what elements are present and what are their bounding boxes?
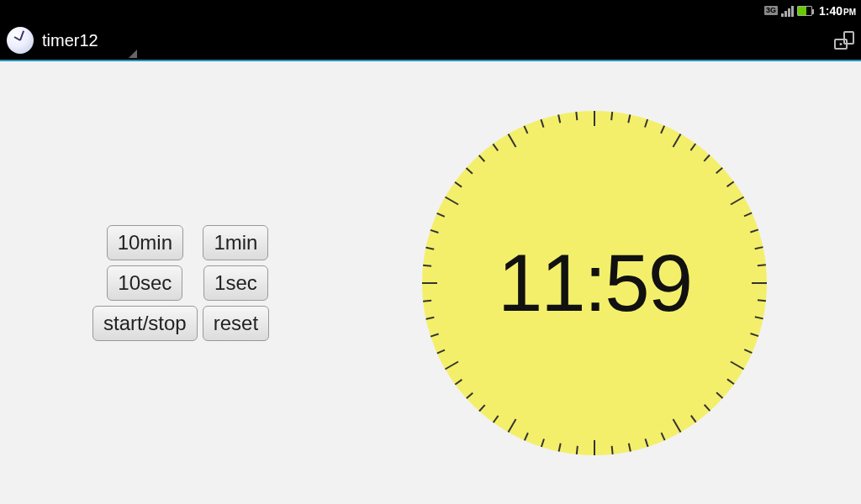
tick-minor xyxy=(661,432,665,440)
button-grid: 10min 1min 10sec 1sec start/stop reset xyxy=(92,225,269,341)
tick-minor xyxy=(744,349,753,353)
tick-minor xyxy=(425,316,434,319)
tick-minor xyxy=(423,264,431,266)
tick-minor xyxy=(558,114,562,123)
tick-minor xyxy=(524,432,528,440)
tick-major xyxy=(730,196,744,205)
add-1min-button[interactable]: 1min xyxy=(203,225,268,260)
tick-minor xyxy=(430,228,439,233)
app-title: timer12 xyxy=(42,31,98,50)
tick-major xyxy=(673,133,682,147)
tick-minor xyxy=(755,316,763,319)
clock-icon xyxy=(7,27,34,54)
tick-minor xyxy=(611,445,614,454)
tick-major xyxy=(445,196,459,205)
tick-minor xyxy=(524,125,528,134)
main-content: 10min 1min 10sec 1sec start/stop reset 1… xyxy=(0,61,861,504)
tick-minor xyxy=(493,415,499,423)
tick-minor xyxy=(576,445,578,454)
tick-minor xyxy=(716,391,722,398)
tick-minor xyxy=(436,349,445,353)
add-1sec-button[interactable]: 1sec xyxy=(203,265,268,301)
clock-panel: 11:59 xyxy=(362,111,861,455)
tick-minor xyxy=(466,391,473,398)
tick-minor xyxy=(425,246,434,249)
status-time: 1:40PM xyxy=(819,4,856,18)
tick-major xyxy=(594,440,595,455)
timer-value: 11:59 xyxy=(498,237,691,329)
tick-minor xyxy=(466,167,473,174)
add-10sec-button[interactable]: 10sec xyxy=(107,265,182,301)
tick-major xyxy=(445,360,459,370)
app-switcher[interactable]: timer12 xyxy=(7,21,137,60)
tick-minor xyxy=(755,246,763,249)
add-10min-button[interactable]: 10min xyxy=(107,225,183,260)
tick-minor xyxy=(628,114,631,123)
tick-minor xyxy=(628,443,631,451)
tick-minor xyxy=(690,415,696,423)
tick-minor xyxy=(716,167,722,174)
tick-minor xyxy=(661,125,665,134)
tick-minor xyxy=(726,379,734,385)
reset-button[interactable]: reset xyxy=(203,306,269,341)
battery-icon xyxy=(797,6,812,16)
tick-minor xyxy=(645,118,649,127)
tick-minor xyxy=(690,143,696,150)
signal-icon xyxy=(781,5,794,17)
status-time-value: 1:40 xyxy=(819,4,843,18)
tick-major xyxy=(730,360,744,370)
tick-minor xyxy=(541,438,545,447)
svg-rect-1 xyxy=(844,32,853,44)
tick-minor xyxy=(455,379,462,385)
title-bar: timer12 xyxy=(0,21,861,61)
tick-minor xyxy=(430,333,439,337)
tick-major xyxy=(673,418,682,433)
lock-rotation-icon[interactable] xyxy=(832,30,854,50)
tick-major xyxy=(508,418,517,433)
tick-minor xyxy=(750,333,758,337)
tick-major xyxy=(422,282,437,284)
tick-major xyxy=(508,133,517,147)
tick-minor xyxy=(750,228,758,233)
tick-minor xyxy=(541,118,545,127)
tick-minor xyxy=(478,155,485,161)
clock-face: 11:59 xyxy=(422,111,767,455)
tick-minor xyxy=(436,212,445,216)
tick-minor xyxy=(645,438,649,447)
tick-minor xyxy=(455,181,462,186)
tick-minor xyxy=(493,143,499,150)
tick-minor xyxy=(478,404,485,411)
tick-minor xyxy=(611,112,614,120)
status-time-ampm: PM xyxy=(843,8,856,17)
tick-minor xyxy=(704,155,710,161)
dropdown-arrow-icon xyxy=(129,50,137,58)
start-stop-button[interactable]: start/stop xyxy=(92,306,198,341)
network-3g-icon: 3G xyxy=(764,6,778,15)
controls-panel: 10min 1min 10sec 1sec start/stop reset xyxy=(0,225,362,341)
tick-major xyxy=(752,282,767,284)
tick-minor xyxy=(744,212,753,216)
tick-minor xyxy=(726,181,734,186)
tick-minor xyxy=(704,404,710,411)
tick-major xyxy=(594,111,595,126)
status-bar: 3G 1:40PM xyxy=(0,0,861,21)
tick-minor xyxy=(758,264,766,266)
tick-minor xyxy=(758,299,766,302)
tick-minor xyxy=(576,112,578,120)
tick-minor xyxy=(423,299,431,302)
svg-point-2 xyxy=(840,43,843,45)
tick-minor xyxy=(558,443,562,451)
